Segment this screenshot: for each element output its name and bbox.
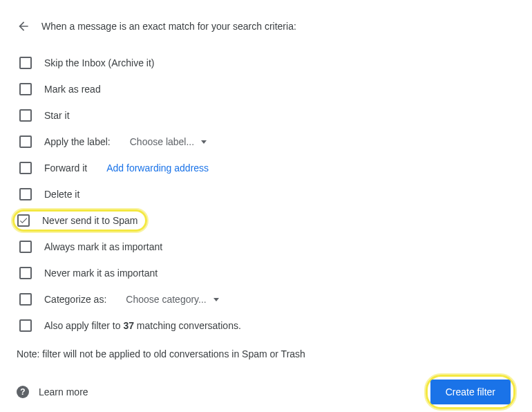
highlight-never-spam: Never send it to Spam [12,209,147,232]
option-skip-inbox: Skip the Inbox (Archive it) [17,50,515,76]
checkbox-always-important[interactable] [19,241,32,253]
also-apply-prefix: Also apply filter to [44,320,123,331]
learn-more-link[interactable]: Learn more [39,386,88,397]
option-apply-label: Apply the label: Choose label... [17,129,515,155]
checkbox-skip-inbox[interactable] [19,57,32,69]
checkbox-never-important[interactable] [19,267,32,279]
option-star: Star it [17,102,515,129]
back-arrow-icon[interactable] [17,19,30,33]
option-label: Forward it [44,162,87,174]
checkbox-delete[interactable] [19,188,32,200]
option-label: Never mark it as important [44,268,158,279]
checkbox-never-spam[interactable] [17,214,30,227]
header: When a message is an exact match for you… [17,19,515,33]
option-delete: Delete it [17,181,515,207]
checkbox-categorize[interactable] [19,293,32,306]
chevron-down-icon [201,140,207,144]
option-label: Also apply filter to 37 matching convers… [44,320,241,331]
option-forward: Forward it Add forwarding address [17,155,515,181]
option-mark-read: Mark as read [17,76,515,102]
also-apply-suffix: matching conversations. [134,320,241,331]
add-forwarding-link[interactable]: Add forwarding address [106,162,209,174]
help-icon[interactable]: ? [17,386,29,398]
also-apply-count: 37 [123,320,134,331]
option-label: Mark as read [44,84,101,95]
option-label: Always mark it as important [44,241,162,252]
create-filter-button[interactable]: Create filter [430,380,511,404]
chevron-down-icon [213,298,219,301]
option-also-apply: Also apply filter to 37 matching convers… [17,312,515,339]
option-label: Apply the label: [44,136,111,147]
option-label: Star it [44,110,70,121]
option-label: Categorize as: [44,294,106,305]
label-dropdown[interactable]: Choose label... [130,136,207,147]
footer: ? Learn more Create filter [17,375,515,412]
filter-note: Note: filter will not be applied to old … [17,348,515,359]
checkbox-forward[interactable] [19,162,32,174]
highlight-create-filter: Create filter [426,375,515,409]
checkbox-star[interactable] [19,109,32,122]
option-label: Skip the Inbox (Archive it) [44,57,155,68]
category-dropdown[interactable]: Choose category... [126,294,218,305]
option-label: Never send it to Spam [42,215,138,226]
dropdown-text: Choose label... [130,136,194,147]
dropdown-text: Choose category... [126,294,206,305]
footer-left: ? Learn more [17,386,88,398]
option-label: Delete it [44,189,79,200]
option-never-spam: Never send it to Spam [17,207,515,234]
header-title: When a message is an exact match for you… [41,21,296,32]
checkbox-also-apply[interactable] [19,319,32,332]
option-categorize: Categorize as: Choose category... [17,286,515,312]
checkbox-mark-read[interactable] [19,83,32,95]
checkbox-apply-label[interactable] [19,135,32,148]
option-never-important: Never mark it as important [17,260,515,286]
option-always-important: Always mark it as important [17,234,515,260]
